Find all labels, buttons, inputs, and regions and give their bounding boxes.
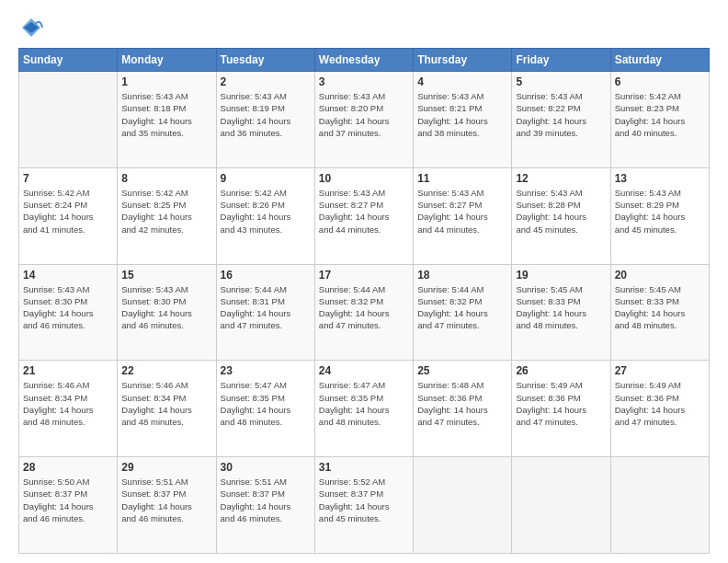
day-info: Sunrise: 5:45 AM Sunset: 8:33 PM Dayligh… bbox=[615, 283, 705, 332]
day-cell: 4Sunrise: 5:43 AM Sunset: 8:21 PM Daylig… bbox=[414, 72, 512, 168]
day-number: 2 bbox=[221, 75, 311, 88]
day-number: 3 bbox=[319, 75, 409, 88]
day-info: Sunrise: 5:49 AM Sunset: 8:36 PM Dayligh… bbox=[516, 379, 606, 428]
day-cell bbox=[414, 457, 512, 554]
day-number: 14 bbox=[23, 269, 113, 282]
day-info: Sunrise: 5:44 AM Sunset: 8:32 PM Dayligh… bbox=[417, 283, 507, 332]
day-cell: 8Sunrise: 5:42 AM Sunset: 8:25 PM Daylig… bbox=[118, 167, 216, 264]
day-cell: 24Sunrise: 5:47 AM Sunset: 8:35 PM Dayli… bbox=[314, 361, 413, 457]
calendar-table: SundayMondayTuesdayWednesdayThursdayFrid… bbox=[18, 48, 710, 554]
weekday-saturday: Saturday bbox=[610, 49, 709, 72]
weekday-tuesday: Tuesday bbox=[216, 49, 314, 72]
day-info: Sunrise: 5:43 AM Sunset: 8:27 PM Dayligh… bbox=[417, 187, 507, 236]
day-cell: 9Sunrise: 5:42 AM Sunset: 8:26 PM Daylig… bbox=[216, 167, 314, 264]
day-cell: 15Sunrise: 5:43 AM Sunset: 8:30 PM Dayli… bbox=[118, 264, 216, 361]
day-number: 8 bbox=[121, 172, 211, 185]
day-info: Sunrise: 5:43 AM Sunset: 8:27 PM Dayligh… bbox=[319, 187, 409, 236]
day-cell: 16Sunrise: 5:44 AM Sunset: 8:31 PM Dayli… bbox=[216, 264, 314, 361]
day-number: 1 bbox=[121, 75, 211, 88]
day-cell bbox=[610, 457, 709, 554]
day-cell: 25Sunrise: 5:48 AM Sunset: 8:36 PM Dayli… bbox=[414, 361, 512, 457]
day-number: 29 bbox=[121, 461, 211, 474]
day-info: Sunrise: 5:43 AM Sunset: 8:28 PM Dayligh… bbox=[516, 187, 606, 236]
day-number: 6 bbox=[615, 75, 705, 88]
day-number: 25 bbox=[417, 364, 507, 377]
day-number: 17 bbox=[319, 269, 409, 282]
day-cell: 1Sunrise: 5:43 AM Sunset: 8:18 PM Daylig… bbox=[118, 72, 216, 168]
day-info: Sunrise: 5:52 AM Sunset: 8:37 PM Dayligh… bbox=[319, 476, 409, 524]
day-info: Sunrise: 5:51 AM Sunset: 8:37 PM Dayligh… bbox=[121, 476, 211, 524]
day-info: Sunrise: 5:44 AM Sunset: 8:32 PM Dayligh… bbox=[319, 283, 409, 332]
day-cell: 23Sunrise: 5:47 AM Sunset: 8:35 PM Dayli… bbox=[216, 361, 314, 457]
logo bbox=[18, 15, 48, 40]
day-number: 12 bbox=[516, 172, 606, 185]
day-info: Sunrise: 5:42 AM Sunset: 8:26 PM Dayligh… bbox=[221, 187, 311, 236]
day-cell: 19Sunrise: 5:45 AM Sunset: 8:33 PM Dayli… bbox=[512, 264, 610, 361]
day-number: 19 bbox=[516, 269, 606, 282]
day-cell: 13Sunrise: 5:43 AM Sunset: 8:29 PM Dayli… bbox=[610, 167, 709, 264]
day-info: Sunrise: 5:43 AM Sunset: 8:18 PM Dayligh… bbox=[121, 90, 211, 139]
day-cell: 28Sunrise: 5:50 AM Sunset: 8:37 PM Dayli… bbox=[19, 457, 118, 554]
day-info: Sunrise: 5:43 AM Sunset: 8:22 PM Dayligh… bbox=[516, 90, 606, 139]
day-cell: 27Sunrise: 5:49 AM Sunset: 8:36 PM Dayli… bbox=[610, 361, 709, 457]
day-cell: 3Sunrise: 5:43 AM Sunset: 8:20 PM Daylig… bbox=[314, 72, 413, 168]
day-info: Sunrise: 5:43 AM Sunset: 8:30 PM Dayligh… bbox=[23, 283, 113, 332]
day-number: 16 bbox=[221, 269, 311, 282]
day-cell bbox=[512, 457, 610, 554]
day-info: Sunrise: 5:42 AM Sunset: 8:24 PM Dayligh… bbox=[23, 187, 113, 236]
day-number: 11 bbox=[417, 172, 507, 185]
week-row-3: 14Sunrise: 5:43 AM Sunset: 8:30 PM Dayli… bbox=[19, 264, 710, 361]
day-info: Sunrise: 5:48 AM Sunset: 8:36 PM Dayligh… bbox=[417, 379, 507, 428]
weekday-header-row: SundayMondayTuesdayWednesdayThursdayFrid… bbox=[19, 49, 710, 72]
day-cell: 7Sunrise: 5:42 AM Sunset: 8:24 PM Daylig… bbox=[19, 167, 118, 264]
day-number: 27 bbox=[615, 364, 705, 377]
page: SundayMondayTuesdayWednesdayThursdayFrid… bbox=[0, 0, 728, 563]
day-info: Sunrise: 5:42 AM Sunset: 8:23 PM Dayligh… bbox=[615, 90, 705, 139]
weekday-sunday: Sunday bbox=[19, 49, 118, 72]
weekday-monday: Monday bbox=[118, 49, 216, 72]
day-info: Sunrise: 5:47 AM Sunset: 8:35 PM Dayligh… bbox=[319, 379, 409, 428]
day-number: 31 bbox=[319, 461, 409, 474]
day-number: 13 bbox=[615, 172, 705, 185]
day-info: Sunrise: 5:51 AM Sunset: 8:37 PM Dayligh… bbox=[221, 476, 311, 524]
day-number: 18 bbox=[417, 269, 507, 282]
week-row-4: 21Sunrise: 5:46 AM Sunset: 8:34 PM Dayli… bbox=[19, 361, 710, 457]
weekday-thursday: Thursday bbox=[414, 49, 512, 72]
day-number: 26 bbox=[516, 364, 606, 377]
day-info: Sunrise: 5:49 AM Sunset: 8:36 PM Dayligh… bbox=[615, 379, 705, 428]
day-cell: 10Sunrise: 5:43 AM Sunset: 8:27 PM Dayli… bbox=[314, 167, 413, 264]
day-cell: 20Sunrise: 5:45 AM Sunset: 8:33 PM Dayli… bbox=[610, 264, 709, 361]
day-number: 4 bbox=[417, 75, 507, 88]
weekday-friday: Friday bbox=[512, 49, 610, 72]
day-number: 28 bbox=[23, 461, 113, 474]
day-number: 30 bbox=[221, 461, 311, 474]
day-info: Sunrise: 5:46 AM Sunset: 8:34 PM Dayligh… bbox=[121, 379, 211, 428]
weekday-wednesday: Wednesday bbox=[314, 49, 413, 72]
logo-icon bbox=[18, 15, 44, 40]
day-info: Sunrise: 5:50 AM Sunset: 8:37 PM Dayligh… bbox=[23, 476, 113, 524]
day-info: Sunrise: 5:44 AM Sunset: 8:31 PM Dayligh… bbox=[221, 283, 311, 332]
day-cell: 29Sunrise: 5:51 AM Sunset: 8:37 PM Dayli… bbox=[118, 457, 216, 554]
day-number: 23 bbox=[221, 364, 311, 377]
day-info: Sunrise: 5:43 AM Sunset: 8:30 PM Dayligh… bbox=[121, 283, 211, 332]
week-row-5: 28Sunrise: 5:50 AM Sunset: 8:37 PM Dayli… bbox=[19, 457, 710, 554]
day-cell: 12Sunrise: 5:43 AM Sunset: 8:28 PM Dayli… bbox=[512, 167, 610, 264]
day-number: 9 bbox=[221, 172, 311, 185]
day-cell: 5Sunrise: 5:43 AM Sunset: 8:22 PM Daylig… bbox=[512, 72, 610, 168]
day-info: Sunrise: 5:43 AM Sunset: 8:21 PM Dayligh… bbox=[417, 90, 507, 139]
day-number: 22 bbox=[121, 364, 211, 377]
day-info: Sunrise: 5:42 AM Sunset: 8:25 PM Dayligh… bbox=[121, 187, 211, 236]
day-cell: 14Sunrise: 5:43 AM Sunset: 8:30 PM Dayli… bbox=[19, 264, 118, 361]
header bbox=[18, 15, 710, 40]
day-number: 24 bbox=[319, 364, 409, 377]
day-info: Sunrise: 5:47 AM Sunset: 8:35 PM Dayligh… bbox=[221, 379, 311, 428]
day-number: 10 bbox=[319, 172, 409, 185]
day-info: Sunrise: 5:43 AM Sunset: 8:29 PM Dayligh… bbox=[615, 187, 705, 236]
day-cell: 26Sunrise: 5:49 AM Sunset: 8:36 PM Dayli… bbox=[512, 361, 610, 457]
day-cell: 6Sunrise: 5:42 AM Sunset: 8:23 PM Daylig… bbox=[610, 72, 709, 168]
week-row-1: 1Sunrise: 5:43 AM Sunset: 8:18 PM Daylig… bbox=[19, 72, 710, 168]
day-number: 7 bbox=[23, 172, 113, 185]
day-cell: 11Sunrise: 5:43 AM Sunset: 8:27 PM Dayli… bbox=[414, 167, 512, 264]
day-info: Sunrise: 5:45 AM Sunset: 8:33 PM Dayligh… bbox=[516, 283, 606, 332]
day-cell: 18Sunrise: 5:44 AM Sunset: 8:32 PM Dayli… bbox=[414, 264, 512, 361]
